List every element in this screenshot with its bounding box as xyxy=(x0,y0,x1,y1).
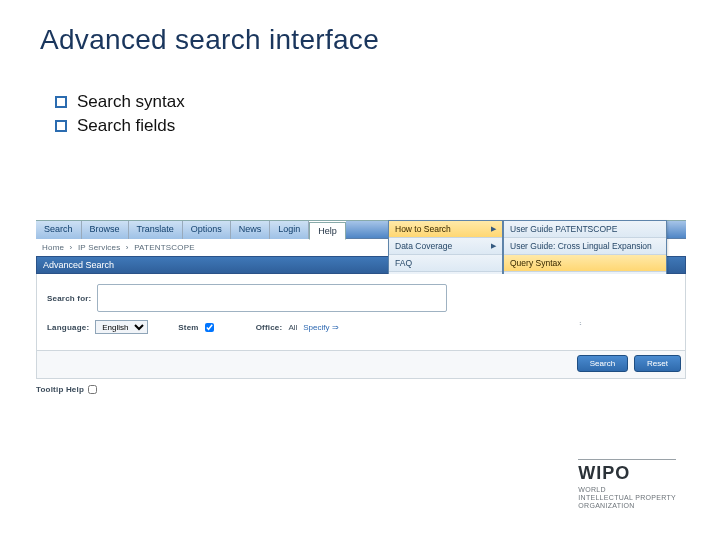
search-form: Search for: .:: Language: English Stem O… xyxy=(36,274,686,351)
tooltip-help-checkbox[interactable] xyxy=(88,385,97,394)
menu-item-faq[interactable]: FAQ xyxy=(389,255,502,272)
submenu-item-user-guide[interactable]: User Guide PATENTSCOPE xyxy=(504,221,666,238)
wipo-logo-block: WIPO WORLD INTELLECTUAL PROPERTY ORGANIZ… xyxy=(578,459,676,510)
menu-item-label: Data Coverage xyxy=(395,241,452,251)
nav-tab-news[interactable]: News xyxy=(231,221,271,239)
bullet-list: Search syntax Search fields xyxy=(0,56,720,136)
nav-tab-search[interactable]: Search xyxy=(36,221,82,239)
reset-button[interactable]: Reset xyxy=(634,355,681,372)
submenu-item-cross-lingual[interactable]: User Guide: Cross Lingual Expansion xyxy=(504,238,666,255)
bullet-square-icon xyxy=(55,96,67,108)
chevron-right-icon: ▶ xyxy=(491,225,496,233)
bullet-text: Search fields xyxy=(77,116,175,136)
wipo-subtext: WORLD INTELLECTUAL PROPERTY ORGANIZATION xyxy=(578,486,676,510)
wipo-logo-text: WIPO xyxy=(578,459,676,484)
submenu-item-query-syntax[interactable]: Query Syntax xyxy=(504,255,666,272)
tooltip-help-row: Tooltip Help xyxy=(36,379,686,394)
button-row: Search Reset xyxy=(36,351,686,379)
menu-item-label: Query Syntax xyxy=(510,258,562,268)
office-label: Office: xyxy=(256,323,283,332)
slide-title: Advanced search interface xyxy=(0,0,720,56)
nav-tab-help[interactable]: Help xyxy=(309,222,346,240)
nav-tab-browse[interactable]: Browse xyxy=(82,221,129,239)
stem-checkbox[interactable] xyxy=(205,323,214,332)
top-nav: Search Browse Translate Options News Log… xyxy=(36,220,686,239)
chevron-right-icon: ▶ xyxy=(491,242,496,250)
breadcrumb-sep: › xyxy=(70,243,73,252)
search-input[interactable] xyxy=(97,284,447,312)
search-for-label: Search for: xyxy=(47,294,91,303)
embedded-screenshot: Search Browse Translate Options News Log… xyxy=(36,220,686,394)
menu-item-label: How to Search xyxy=(395,224,451,234)
search-button[interactable]: Search xyxy=(577,355,628,372)
tooltip-help-label: Tooltip Help xyxy=(36,385,84,394)
office-specify-link[interactable]: Specify ⇒ xyxy=(303,323,338,332)
language-label: Language: xyxy=(47,323,89,332)
breadcrumb-item[interactable]: PATENTSCOPE xyxy=(134,243,195,252)
stem-label: Stem xyxy=(178,323,198,332)
nav-tab-login[interactable]: Login xyxy=(270,221,309,239)
breadcrumb-sep: › xyxy=(126,243,129,252)
menu-item-label: User Guide PATENTSCOPE xyxy=(510,224,617,234)
menu-item-label: FAQ xyxy=(395,258,412,268)
nav-tab-translate[interactable]: Translate xyxy=(129,221,183,239)
bullet-square-icon xyxy=(55,120,67,132)
menu-item-data-coverage[interactable]: Data Coverage ▶ xyxy=(389,238,502,255)
language-select[interactable]: English xyxy=(95,320,148,334)
menu-item-how-to-search[interactable]: How to Search ▶ xyxy=(389,221,502,238)
breadcrumb-item[interactable]: Home xyxy=(42,243,64,252)
bullet-item: Search fields xyxy=(55,116,720,136)
breadcrumb-item[interactable]: IP Services xyxy=(78,243,121,252)
bullet-text: Search syntax xyxy=(77,92,185,112)
bullet-item: Search syntax xyxy=(55,92,720,112)
nav-tab-options[interactable]: Options xyxy=(183,221,231,239)
menu-item-label: User Guide: Cross Lingual Expansion xyxy=(510,241,652,251)
office-all-text: All xyxy=(288,323,297,332)
